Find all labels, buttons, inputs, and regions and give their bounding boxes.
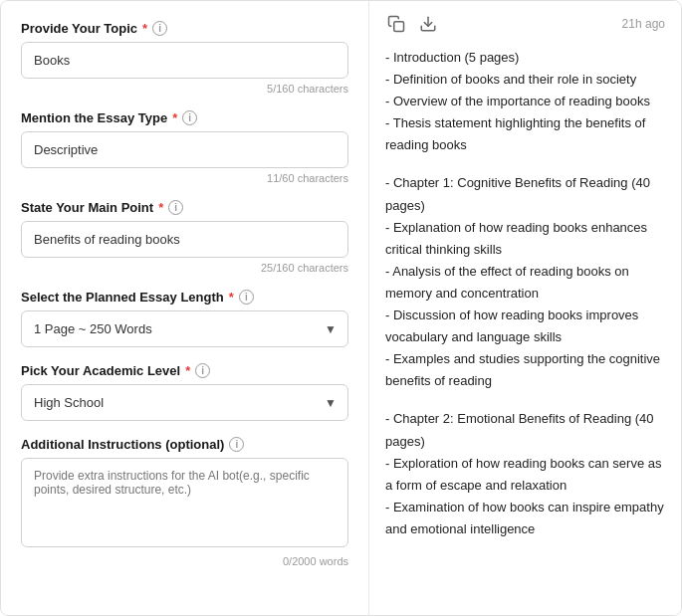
additional-info-icon[interactable]: i	[229, 437, 244, 452]
essay-length-required-star: *	[229, 290, 234, 305]
topic-required-star: *	[142, 21, 147, 36]
topic-label: Provide Your Topic* i	[21, 21, 348, 36]
essay-type-input[interactable]	[21, 131, 348, 168]
main-point-char-count: 25/160 characters	[21, 262, 348, 274]
essay-type-info-icon[interactable]: i	[182, 110, 197, 125]
essay-length-select[interactable]: 1 Page ~ 250 Words 2 Pages ~ 500 Words 5…	[21, 310, 348, 347]
content-area: - Introduction (5 pages) - Definition of…	[385, 47, 665, 540]
right-icons-group	[385, 13, 439, 35]
essay-length-info-icon[interactable]: i	[239, 290, 254, 305]
main-point-field-group: State Your Main Point* i 25/160 characte…	[21, 200, 348, 274]
topic-char-count: 5/160 characters	[21, 83, 348, 95]
main-point-input[interactable]	[21, 221, 348, 258]
essay-length-field-group: Select the Planned Essay Length* i 1 Pag…	[21, 290, 348, 347]
essay-length-label-text: Select the Planned Essay Length	[21, 290, 224, 305]
left-panel: Provide Your Topic* i 5/160 characters M…	[1, 1, 369, 615]
content-paragraph: - Chapter 2: Emotional Benefits of Readi…	[385, 408, 665, 540]
additional-label-text: Additional Instructions (optional)	[21, 437, 224, 452]
timestamp: 21h ago	[622, 17, 665, 31]
essay-type-label-text: Mention the Essay Type	[21, 110, 167, 125]
svg-rect-0	[394, 22, 404, 32]
additional-instructions-textarea[interactable]	[21, 458, 348, 547]
essay-length-select-wrapper: 1 Page ~ 250 Words 2 Pages ~ 500 Words 5…	[21, 310, 348, 347]
content-paragraph: - Chapter 1: Cognitive Benefits of Readi…	[385, 172, 665, 392]
download-icon[interactable]	[417, 13, 439, 35]
main-point-required-star: *	[158, 200, 163, 215]
academic-level-label: Pick Your Academic Level* i	[21, 363, 348, 378]
right-panel: 21h ago - Introduction (5 pages) - Defin…	[369, 1, 681, 615]
academic-level-select-wrapper: High School College Graduate ▼	[21, 384, 348, 421]
right-header: 21h ago	[385, 13, 665, 35]
academic-level-required-star: *	[185, 363, 190, 378]
main-point-label: State Your Main Point* i	[21, 200, 348, 215]
essay-type-required-star: *	[172, 110, 177, 125]
copy-icon[interactable]	[385, 13, 407, 35]
academic-level-info-icon[interactable]: i	[195, 363, 210, 378]
additional-label: Additional Instructions (optional) i	[21, 437, 348, 452]
content-paragraph: - Introduction (5 pages) - Definition of…	[385, 47, 665, 156]
essay-type-label: Mention the Essay Type* i	[21, 110, 348, 125]
main-point-label-text: State Your Main Point	[21, 200, 153, 215]
topic-input[interactable]	[21, 42, 348, 79]
topic-label-text: Provide Your Topic	[21, 21, 137, 36]
additional-instructions-field-group: Additional Instructions (optional) i 0/2…	[21, 437, 348, 567]
content-lines: - Introduction (5 pages) - Definition of…	[385, 47, 665, 540]
essay-length-label: Select the Planned Essay Length* i	[21, 290, 348, 305]
academic-level-select[interactable]: High School College Graduate	[21, 384, 348, 421]
main-point-info-icon[interactable]: i	[168, 200, 183, 215]
essay-type-char-count: 11/60 characters	[21, 172, 348, 184]
topic-info-icon[interactable]: i	[152, 21, 167, 36]
additional-word-count: 0/2000 words	[21, 555, 348, 567]
essay-type-field-group: Mention the Essay Type* i 11/60 characte…	[21, 110, 348, 184]
topic-field-group: Provide Your Topic* i 5/160 characters	[21, 21, 348, 95]
academic-level-label-text: Pick Your Academic Level	[21, 363, 180, 378]
academic-level-field-group: Pick Your Academic Level* i High School …	[21, 363, 348, 421]
